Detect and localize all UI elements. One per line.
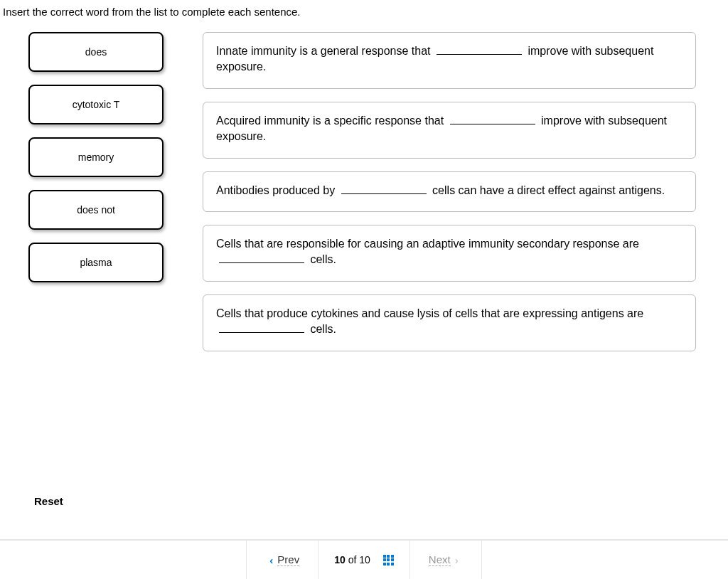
next-button[interactable]: Next › (410, 541, 482, 579)
content-area: does cytotoxic T memory does not plasma … (0, 32, 728, 351)
sentence-post: cells can have a direct effect against a… (429, 184, 665, 196)
reset-button[interactable]: Reset (34, 495, 63, 507)
prev-button[interactable]: ‹ Prev (246, 541, 318, 579)
prev-label: Prev (277, 553, 299, 566)
reset-row: Reset (34, 495, 63, 508)
next-label: Next (429, 553, 451, 566)
page-text: 10 of 10 (334, 554, 370, 565)
sentence-card-2[interactable]: Acquired immunity is a specific response… (203, 102, 696, 159)
sentence-pre: Antibodies produced by (216, 184, 338, 196)
total-pages: 10 (359, 554, 370, 565)
word-chip-plasma[interactable]: plasma (28, 243, 164, 282)
blank-slot[interactable] (341, 183, 427, 194)
sentence-pre: Acquired immunity is a specific response… (216, 115, 447, 127)
word-chip-cytotoxic-t[interactable]: cytotoxic T (28, 85, 164, 124)
sentences-container: Innate immunity is a general response th… (203, 32, 696, 351)
sentence-post: cells. (307, 323, 336, 335)
blank-slot[interactable] (450, 113, 535, 124)
sentence-card-1[interactable]: Innate immunity is a general response th… (203, 32, 696, 89)
sentence-card-4[interactable]: Cells that are responsible for causing a… (203, 225, 696, 282)
chevron-right-icon: › (455, 554, 459, 566)
page-indicator: 10 of 10 (318, 541, 410, 579)
blank-slot[interactable] (437, 43, 522, 55)
blank-slot[interactable] (219, 252, 304, 263)
sentence-pre: Cells that produce cytokines and cause l… (216, 307, 643, 319)
sentence-card-5[interactable]: Cells that produce cytokines and cause l… (203, 294, 696, 351)
footer-nav: ‹ Prev 10 of 10 Next › (0, 539, 728, 579)
chevron-left-icon: ‹ (269, 554, 273, 566)
word-bank: does cytotoxic T memory does not plasma (28, 32, 164, 351)
sentence-post: cells. (307, 253, 336, 265)
instruction-text: Insert the correct word from the list to… (0, 0, 728, 32)
sentence-pre: Innate immunity is a general response th… (216, 45, 434, 57)
sentence-card-3[interactable]: Antibodies produced by cells can have a … (203, 171, 696, 212)
blank-slot[interactable] (219, 322, 304, 333)
word-chip-memory[interactable]: memory (28, 137, 164, 177)
current-page: 10 (334, 554, 346, 565)
sentence-pre: Cells that are responsible for causing a… (216, 238, 639, 250)
grid-icon[interactable] (383, 555, 394, 565)
of-text: of (348, 554, 357, 565)
word-chip-does[interactable]: does (28, 32, 164, 72)
nav-group: ‹ Prev 10 of 10 Next › (246, 541, 481, 579)
word-chip-does-not[interactable]: does not (28, 190, 164, 230)
